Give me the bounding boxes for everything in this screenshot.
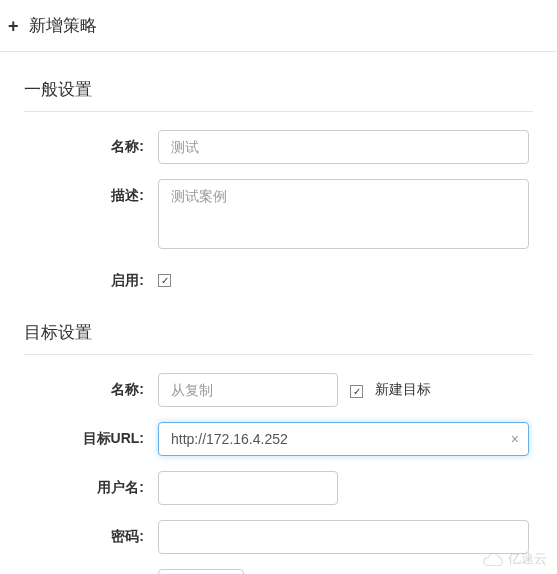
clear-icon[interactable]: ×	[511, 431, 519, 447]
row-name: 名称:	[24, 130, 533, 164]
input-password[interactable]	[158, 520, 529, 554]
row-password: 密码:	[24, 520, 533, 554]
input-description[interactable]	[158, 179, 529, 249]
label-password: 密码:	[24, 520, 158, 546]
label-username: 用户名:	[24, 471, 158, 497]
input-name[interactable]	[158, 130, 529, 164]
input-target-url[interactable]	[158, 422, 529, 456]
row-description: 描述:	[24, 179, 533, 249]
input-username[interactable]	[158, 471, 338, 505]
label-description: 描述:	[24, 179, 158, 205]
checkbox-enable[interactable]: ✓	[158, 274, 171, 287]
content-area: 一般设置 名称: 描述: 启用: ✓ 目标设置 名称: ✓ 新建目标 目标URL…	[0, 52, 557, 574]
test-connection-button[interactable]: 测试连接	[158, 569, 244, 574]
label-new-target: 新建目标	[375, 381, 431, 399]
page-title: 新增策略	[29, 14, 97, 37]
input-target-name[interactable]	[158, 373, 338, 407]
watermark-text: 亿速云	[508, 550, 547, 568]
section-general-title: 一般设置	[24, 62, 533, 112]
checkbox-new-target[interactable]: ✓	[350, 385, 363, 398]
section-target-title: 目标设置	[24, 305, 533, 355]
row-target-url: 目标URL: ×	[24, 422, 533, 456]
label-target-name: 名称:	[24, 373, 158, 399]
label-enable: 启用:	[24, 264, 158, 290]
label-target-url: 目标URL:	[24, 422, 158, 448]
cloud-icon	[482, 552, 504, 566]
row-target-name: 名称: ✓ 新建目标	[24, 373, 533, 407]
plus-icon: +	[8, 17, 19, 35]
watermark: 亿速云	[482, 550, 547, 568]
label-name: 名称:	[24, 130, 158, 156]
row-enable: 启用: ✓	[24, 264, 533, 290]
row-username: 用户名:	[24, 471, 533, 505]
row-test-connection: 测试连接	[24, 569, 533, 574]
page-header: + 新增策略	[0, 0, 557, 52]
